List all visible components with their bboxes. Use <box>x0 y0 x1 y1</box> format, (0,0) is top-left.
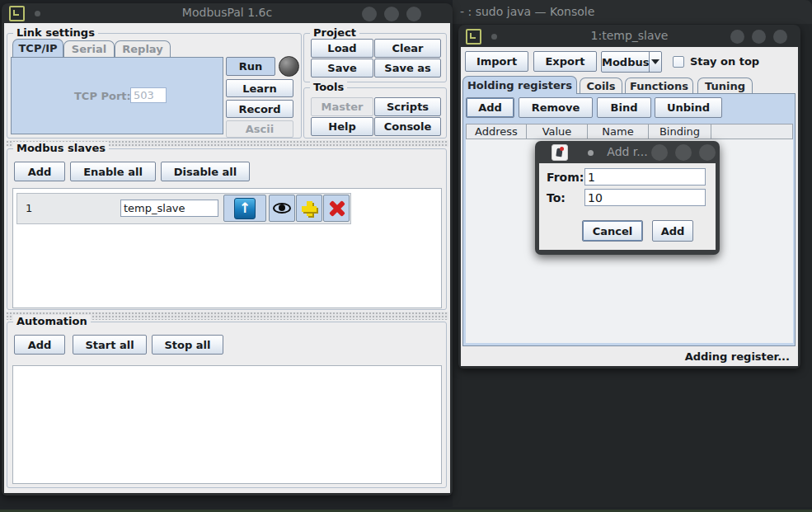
column-header[interactable]: Address <box>466 124 527 139</box>
titlebar-dot-icon <box>588 150 594 156</box>
tcpip-panel: TCP Port: <box>11 57 223 134</box>
tools-group: Tools Master Scripts Help Console <box>303 87 447 139</box>
tab-holding-registers[interactable]: Holding registers <box>462 76 577 94</box>
window-control-icon[interactable] <box>675 144 692 161</box>
record-button[interactable]: Record <box>226 100 293 118</box>
slave-enable-toggle-button[interactable]: ↑ <box>223 195 266 222</box>
to-input[interactable] <box>584 189 706 206</box>
dialog-titlebar[interactable]: Add r... <box>535 141 720 163</box>
protocol-combobox[interactable]: Modbus <box>601 51 662 73</box>
project-group: Project Load Clear Save Save as <box>303 33 447 82</box>
add-slave-button[interactable]: Add <box>14 162 65 181</box>
link-settings-group: Link settings TCP/IP Serial Replay TCP P… <box>7 33 302 139</box>
dialog-add-button[interactable]: Add <box>652 220 693 242</box>
load-button[interactable]: Load <box>311 39 373 58</box>
import-button[interactable]: Import <box>465 51 528 72</box>
enable-all-button[interactable]: Enable all <box>70 162 156 181</box>
modbuspal-content: Link settings TCP/IP Serial Replay TCP P… <box>4 23 450 493</box>
link-settings-title: Link settings <box>13 26 98 40</box>
master-button: Master <box>311 97 373 116</box>
scripts-button[interactable]: Scripts <box>374 97 441 116</box>
modbuspal-titlebar[interactable]: ModbusPal 1.6c <box>2 3 453 23</box>
yellow-plus-icon <box>301 200 317 217</box>
ascii-button: Ascii <box>226 120 293 138</box>
disable-all-button[interactable]: Disable all <box>161 162 250 181</box>
save-button[interactable]: Save <box>311 59 373 78</box>
tcp-port-input[interactable] <box>130 87 167 103</box>
window-control-icon[interactable] <box>773 30 787 44</box>
window-control-icon[interactable] <box>384 7 399 21</box>
tab-tuning[interactable]: Tuning <box>697 78 753 94</box>
clear-button[interactable]: Clear <box>374 39 441 58</box>
column-header-filler <box>711 124 793 139</box>
add-register-button[interactable]: Add <box>466 97 514 118</box>
chevron-down-icon <box>651 59 659 64</box>
save-as-button[interactable]: Save as <box>374 59 441 78</box>
automation-title: Automation <box>13 315 91 328</box>
from-label: From: <box>547 171 584 184</box>
slave-delete-button[interactable] <box>323 195 350 222</box>
konsole-titlebar[interactable]: - : sudo java — Konsole <box>453 0 812 24</box>
combo-arrow-button[interactable] <box>649 52 661 72</box>
run-button[interactable]: Run <box>226 57 275 76</box>
tab-serial[interactable]: Serial <box>63 40 115 57</box>
dialog-content: From: To: Cancel Add <box>539 163 716 250</box>
slave-name-input[interactable] <box>120 200 218 217</box>
tab-replay[interactable]: Replay <box>115 40 171 57</box>
slave-titlebar[interactable]: 1:temp_slave <box>458 25 800 47</box>
tab-coils[interactable]: Coils <box>580 78 622 94</box>
stay-on-top-label: Stay on top <box>690 55 759 68</box>
column-header[interactable]: Value <box>527 124 588 139</box>
tab-tcpip[interactable]: TCP/IP <box>12 39 63 57</box>
titlebar-dot-icon <box>491 34 497 40</box>
eye-icon <box>273 203 291 214</box>
remove-register-button[interactable]: Remove <box>519 97 593 118</box>
console-button[interactable]: Console <box>374 117 441 136</box>
add-automation-button[interactable]: Add <box>14 335 65 355</box>
bind-button[interactable]: Bind <box>597 97 651 118</box>
status-message: Adding register... <box>685 350 790 363</box>
up-arrow-icon: ↑ <box>234 198 256 219</box>
dialog-cancel-button[interactable]: Cancel <box>582 220 643 242</box>
tools-title: Tools <box>310 81 347 94</box>
slave-row[interactable]: 1 ↑ <box>16 193 351 224</box>
window-control-icon[interactable] <box>752 30 766 44</box>
window-control-icon[interactable] <box>362 7 377 21</box>
stay-on-top-checkbox[interactable] <box>673 56 684 68</box>
window-control-icon[interactable] <box>730 30 744 44</box>
export-button[interactable]: Export <box>533 51 597 72</box>
slaves-list: 1 ↑ <box>12 188 442 308</box>
tcp-port-label: TCP Port: <box>74 90 131 102</box>
protocol-selected-value: Modbus <box>602 52 649 72</box>
slave-view-button[interactable] <box>269 195 295 222</box>
automation-group: Automation Add Start all Stop all <box>7 322 447 488</box>
stop-all-button[interactable]: Stop all <box>152 335 223 355</box>
red-x-icon <box>328 200 345 217</box>
window-control-icon[interactable] <box>699 144 716 161</box>
registers-table-header: Address Value Name Binding <box>466 124 793 139</box>
run-status-led-icon <box>279 56 299 77</box>
from-input[interactable] <box>584 168 706 186</box>
add-registers-dialog: Add r... From: To: Cancel Add <box>535 141 720 255</box>
slave-id: 1 <box>26 202 32 214</box>
automation-list <box>12 365 442 484</box>
column-header[interactable]: Binding <box>649 124 711 139</box>
titlebar-dot-icon <box>35 11 40 16</box>
window-control-icon[interactable] <box>406 7 421 21</box>
desktop: - : sudo java — Konsole ModbusPal 1.6c L… <box>0 0 812 512</box>
konsole-title: - : sudo java — Konsole <box>460 5 594 18</box>
app-icon <box>466 29 481 45</box>
modbus-slaves-group: Modbus slaves Add Enable all Disable all… <box>7 148 447 310</box>
modbuspal-window: ModbusPal 1.6c Link settings TCP/IP Seri… <box>2 3 453 496</box>
window-control-icon[interactable] <box>651 144 668 161</box>
app-icon <box>9 6 25 21</box>
learn-button[interactable]: Learn <box>226 79 293 97</box>
slave-duplicate-button[interactable] <box>296 195 322 222</box>
help-button[interactable]: Help <box>311 117 373 136</box>
tab-functions[interactable]: Functions <box>625 78 693 94</box>
start-all-button[interactable]: Start all <box>73 335 147 355</box>
to-label: To: <box>547 191 566 204</box>
project-title: Project <box>310 26 359 40</box>
column-header[interactable]: Name <box>588 124 649 139</box>
unbind-button[interactable]: Unbind <box>655 97 722 118</box>
